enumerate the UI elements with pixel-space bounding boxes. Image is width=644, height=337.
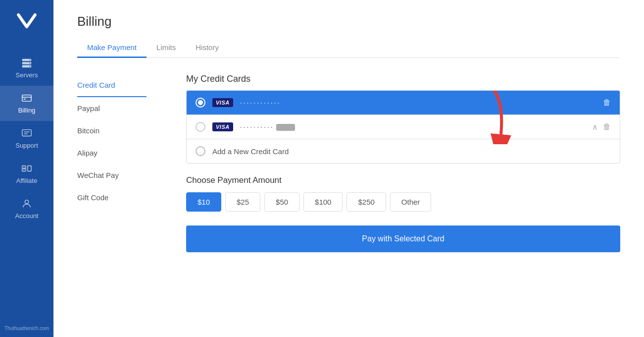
svg-point-5 (30, 66, 31, 67)
pay-button[interactable]: Pay with Selected Card (186, 225, 620, 252)
payment-method-credit-card[interactable]: Credit Card (77, 74, 147, 97)
card-1-actions: 🗑 (603, 98, 611, 107)
tab-history[interactable]: History (186, 38, 229, 58)
payment-method-paypal[interactable]: Paypal (77, 97, 147, 119)
sidebar-item-account[interactable]: Account (0, 191, 53, 226)
visa-badge-1: VISA (212, 98, 233, 107)
sidebar: Servers Billing Support Affiliate (0, 0, 53, 337)
sidebar-item-affiliate-label: Affiliate (16, 177, 37, 184)
main-content: Billing Make Payment Limits History Cred… (53, 0, 644, 337)
tabs: Make Payment Limits History (77, 38, 620, 58)
delete-card-1-icon[interactable]: 🗑 (603, 98, 611, 107)
payment-method-bitcoin[interactable]: Bitcoin (77, 119, 147, 142)
card-row-1[interactable]: VISA ············ 🗑 (187, 91, 620, 115)
sidebar-item-account-label: Account (15, 212, 39, 220)
page-title: Billing (77, 14, 620, 29)
svg-rect-15 (28, 166, 31, 171)
delete-card-2-icon[interactable]: 🗑 (603, 122, 611, 131)
amount-btn-100[interactable]: $100 (303, 192, 343, 212)
radio-add-card[interactable] (196, 146, 205, 156)
radio-card-1[interactable] (196, 98, 205, 108)
sidebar-item-servers[interactable]: Servers (0, 51, 53, 86)
right-panel: My Credit Cards VISA ············ 🗑 (186, 74, 620, 321)
card-dots-1: ············ (240, 99, 596, 107)
card-dots-2: ·········· (240, 123, 585, 131)
add-card-row[interactable]: Add a New Credit Card (187, 139, 620, 163)
visa-badge-2: VISA (212, 122, 233, 131)
credit-cards-section: My Credit Cards VISA ············ 🗑 (186, 74, 620, 164)
amount-buttons: $10 $25 $50 $100 $250 Other (186, 192, 620, 212)
support-icon (21, 128, 32, 139)
billing-icon (21, 93, 32, 104)
tab-limits[interactable]: Limits (147, 38, 186, 58)
amount-btn-250[interactable]: $250 (347, 192, 386, 212)
sidebar-item-support-label: Support (15, 142, 38, 149)
card-row-2[interactable]: VISA ·········· ∧ 🗑 (187, 115, 620, 139)
sidebar-item-billing[interactable]: Billing (0, 86, 53, 121)
page-header: Billing Make Payment Limits History (53, 0, 644, 58)
radio-card-2[interactable] (196, 122, 205, 132)
payment-methods: Credit Card Paypal Bitcoin Alipay WeChat… (77, 74, 147, 321)
sidebar-item-servers-label: Servers (16, 71, 38, 79)
amount-btn-50[interactable]: $50 (264, 192, 299, 212)
card-2-actions: ∧ 🗑 (592, 122, 611, 132)
content-area: Credit Card Paypal Bitcoin Alipay WeChat… (53, 58, 644, 337)
credit-cards-title: My Credit Cards (186, 74, 620, 84)
sidebar-item-affiliate[interactable]: Affiliate (0, 156, 53, 191)
payment-amount-section: Choose Payment Amount $10 $25 $50 $100 $… (186, 175, 620, 212)
payment-method-alipay[interactable]: Alipay (77, 142, 147, 164)
payment-method-wechat-pay[interactable]: WeChat Pay (77, 164, 147, 186)
logo (15, 9, 39, 37)
affiliate-icon (21, 163, 32, 174)
tab-make-payment[interactable]: Make Payment (77, 38, 147, 58)
payment-method-gift-code[interactable]: Gift Code (77, 186, 147, 209)
add-card-label: Add a New Credit Card (212, 147, 289, 156)
sidebar-item-billing-label: Billing (18, 107, 36, 114)
svg-rect-9 (22, 130, 31, 136)
expand-card-2-icon[interactable]: ∧ (592, 122, 598, 132)
sidebar-item-support[interactable]: Support (0, 121, 53, 156)
svg-rect-6 (22, 95, 31, 102)
account-icon (21, 198, 32, 209)
svg-rect-8 (24, 99, 26, 100)
servers-icon (21, 57, 32, 68)
sidebar-footer: Thuthuattienich.com (0, 326, 53, 331)
credit-cards-list: VISA ············ 🗑 VISA ·········· ∧ (186, 90, 620, 164)
svg-point-16 (25, 200, 28, 204)
amount-btn-25[interactable]: $25 (225, 192, 260, 212)
amount-btn-10[interactable]: $10 (186, 192, 221, 212)
svg-point-3 (30, 59, 31, 60)
svg-point-4 (30, 63, 31, 64)
card-dots-masked (276, 124, 295, 131)
amount-title: Choose Payment Amount (186, 175, 620, 185)
amount-btn-other[interactable]: Other (390, 192, 432, 212)
